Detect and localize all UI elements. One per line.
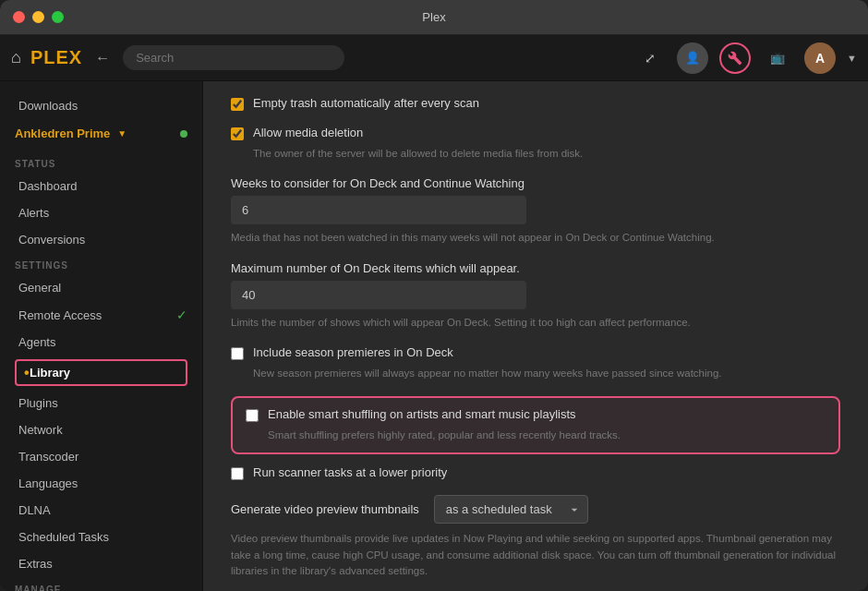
user-avatar[interactable]: A bbox=[804, 42, 836, 74]
season-premieres-label: Include season premieres in On Deck bbox=[253, 345, 453, 359]
sidebar-item-dashboard[interactable]: Dashboard bbox=[0, 173, 202, 199]
season-premieres-row: Include season premieres in On Deck New … bbox=[231, 345, 840, 381]
sidebar-item-remote-access[interactable]: Remote Access ✓ bbox=[0, 301, 202, 329]
season-premieres-checkbox-row: Include season premieres in On Deck bbox=[231, 345, 840, 360]
empty-trash-label: Empty trash automatically after every sc… bbox=[253, 96, 479, 110]
traffic-lights bbox=[13, 11, 64, 23]
sidebar-item-transcoder[interactable]: Transcoder bbox=[0, 443, 202, 470]
allow-deletion-desc: The owner of the server will be allowed … bbox=[253, 146, 840, 162]
cast-icon[interactable]: 📺 bbox=[762, 42, 793, 74]
sidebar-item-library[interactable]: Library bbox=[15, 359, 187, 386]
home-icon[interactable]: ⌂ bbox=[11, 48, 21, 67]
nav-left: ⌂ PLEX ← bbox=[11, 45, 344, 70]
server-name: Ankledren Prime bbox=[15, 127, 110, 140]
user-switch-icon[interactable]: 👤 bbox=[677, 42, 708, 74]
sidebar-item-conversions[interactable]: Conversions bbox=[0, 226, 202, 253]
server-online-indicator bbox=[180, 130, 187, 138]
title-bar: Plex bbox=[0, 0, 868, 35]
scanner-priority-label: Run scanner tasks at a lower priority bbox=[253, 465, 447, 479]
generate-thumbnails-row: Generate video preview thumbnails as a s… bbox=[231, 495, 840, 579]
search-input[interactable] bbox=[123, 45, 344, 70]
manage-section-label: MANAGE bbox=[0, 577, 202, 591]
main-layout: Downloads Ankledren Prime ▼ STATUS Dashb… bbox=[0, 81, 868, 591]
weeks-on-deck-label: Weeks to consider for On Deck and Contin… bbox=[231, 176, 840, 190]
allow-deletion-row: Allow media deletion The owner of the se… bbox=[231, 126, 840, 162]
sidebar-library-wrapper: Library bbox=[0, 356, 202, 390]
season-premieres-checkbox[interactable] bbox=[231, 347, 244, 360]
content-area: Empty trash automatically after every sc… bbox=[203, 81, 868, 591]
weeks-on-deck-desc: Media that has not been watched in this … bbox=[231, 230, 840, 246]
weeks-on-deck-input[interactable] bbox=[231, 196, 526, 224]
generate-thumbnails-select[interactable]: as a scheduled task never when media is … bbox=[434, 495, 588, 524]
sidebar-item-scheduled-tasks[interactable]: Scheduled Tasks bbox=[0, 524, 202, 550]
empty-trash-row: Empty trash automatically after every sc… bbox=[231, 96, 840, 111]
sidebar-item-agents[interactable]: Agents bbox=[0, 329, 202, 356]
scanner-priority-row: Run scanner tasks at a lower priority bbox=[231, 465, 840, 480]
wrench-icon[interactable] bbox=[719, 42, 751, 74]
sidebar: Downloads Ankledren Prime ▼ STATUS Dashb… bbox=[0, 81, 203, 591]
nav-right: ⤢ 👤 📺 A ▼ bbox=[634, 42, 857, 74]
generate-thumbnails-label: Generate video preview thumbnails bbox=[231, 502, 419, 516]
max-on-deck-row: Maximum number of On Deck items which wi… bbox=[231, 261, 840, 331]
allow-deletion-label: Allow media deletion bbox=[253, 126, 363, 139]
generate-thumbnails-desc: Video preview thumbnails provide live up… bbox=[231, 531, 840, 579]
scanner-priority-checkbox[interactable] bbox=[231, 467, 244, 480]
sidebar-item-extras[interactable]: Extras bbox=[0, 550, 202, 577]
scanner-priority-checkbox-row: Run scanner tasks at a lower priority bbox=[231, 465, 840, 480]
sidebar-item-network[interactable]: Network bbox=[0, 416, 202, 443]
generate-row: Generate video preview thumbnails as a s… bbox=[231, 495, 840, 524]
minimize-button[interactable] bbox=[32, 11, 44, 23]
status-section-label: STATUS bbox=[0, 151, 202, 173]
season-premieres-desc: New season premieres will always appear … bbox=[253, 366, 840, 381]
sidebar-item-general[interactable]: General bbox=[0, 274, 202, 301]
expand-icon[interactable]: ⤢ bbox=[634, 42, 666, 74]
max-on-deck-input[interactable] bbox=[231, 281, 526, 309]
back-button[interactable]: ← bbox=[91, 46, 114, 70]
smart-shuffle-desc: Smart shuffling prefers highly rated, po… bbox=[268, 428, 826, 443]
window-title: Plex bbox=[422, 10, 445, 24]
settings-section-label: SETTINGS bbox=[0, 253, 202, 274]
app-window: Plex ⌂ PLEX ← ⤢ 👤 📺 A ▼ Do bbox=[0, 0, 868, 591]
empty-trash-checkbox-row: Empty trash automatically after every sc… bbox=[231, 96, 840, 111]
sidebar-server: Ankledren Prime ▼ bbox=[0, 119, 202, 151]
sidebar-item-plugins[interactable]: Plugins bbox=[0, 390, 202, 416]
weeks-on-deck-row: Weeks to consider for On Deck and Contin… bbox=[231, 176, 840, 246]
content-inner: Empty trash automatically after every sc… bbox=[203, 81, 868, 591]
allow-deletion-checkbox-row: Allow media deletion bbox=[231, 126, 840, 140]
sidebar-item-alerts[interactable]: Alerts bbox=[0, 199, 202, 226]
close-button[interactable] bbox=[13, 11, 25, 23]
smart-shuffle-label: Enable smart shuffling on artists and sm… bbox=[268, 407, 576, 421]
empty-trash-checkbox[interactable] bbox=[231, 98, 244, 111]
plex-logo: PLEX bbox=[30, 47, 82, 68]
smart-shuffle-box: Enable smart shuffling on artists and sm… bbox=[231, 396, 840, 454]
allow-deletion-checkbox[interactable] bbox=[231, 127, 244, 140]
user-dropdown-arrow[interactable]: ▼ bbox=[847, 53, 857, 64]
smart-shuffle-checkbox[interactable] bbox=[246, 409, 259, 422]
max-on-deck-desc: Limits the number of shows which will ap… bbox=[231, 315, 840, 331]
sidebar-item-languages[interactable]: Languages bbox=[0, 470, 202, 497]
sidebar-item-downloads[interactable]: Downloads bbox=[0, 92, 202, 119]
server-dropdown-icon[interactable]: ▼ bbox=[117, 128, 127, 139]
max-on-deck-label: Maximum number of On Deck items which wi… bbox=[231, 261, 840, 275]
sidebar-item-dlna[interactable]: DLNA bbox=[0, 497, 202, 524]
remote-access-check: ✓ bbox=[176, 308, 187, 322]
top-nav: ⌂ PLEX ← ⤢ 👤 📺 A ▼ bbox=[0, 35, 868, 81]
maximize-button[interactable] bbox=[52, 11, 64, 23]
smart-shuffle-checkbox-row: Enable smart shuffling on artists and sm… bbox=[246, 407, 826, 422]
